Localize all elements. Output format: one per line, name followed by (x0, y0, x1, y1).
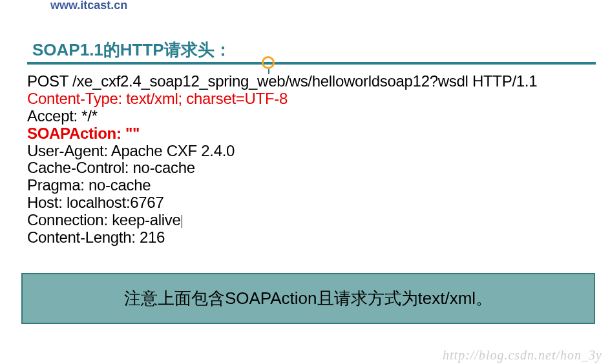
header-content-type: Content-Type: text/xml; charset=UTF-8 (27, 90, 537, 108)
http-headers-block: POST /xe_cxf2.4_soap12_spring_web/ws/hel… (27, 73, 537, 247)
header-post-line: POST /xe_cxf2.4_soap12_spring_web/ws/hel… (27, 73, 537, 90)
header-soapaction: SOAPAction: "" (27, 125, 537, 143)
title-http: HTTP (120, 40, 164, 59)
header-accept: Accept: */* (27, 108, 537, 125)
header-cache-control: Cache-Control: no-cache (27, 159, 537, 177)
header-host: Host: localhost:6767 (27, 194, 537, 212)
header-connection: Connection: keep-alive (27, 212, 537, 229)
note-text: 注意上面包含SOAPAction且请求方式为text/xml。 (124, 287, 492, 310)
note-box: 注意上面包含SOAPAction且请求方式为text/xml。 (21, 273, 595, 324)
line-marker-icon (262, 56, 275, 69)
watermark: http://blog.csdn.net/hon_3y (443, 348, 602, 363)
top-url: www.itcast.cn (50, 0, 127, 12)
header-pragma: Pragma: no-cache (27, 177, 537, 194)
title-soap: SOAP1.1 (32, 40, 103, 59)
section-title: SOAP1.1的HTTP请求头： (32, 39, 231, 61)
header-user-agent: User-Agent: Apache CXF 2.4.0 (27, 143, 537, 160)
title-suffix: 请求头： (164, 40, 231, 59)
header-content-length: Content-Length: 216 (27, 229, 537, 247)
text-cursor-icon (182, 215, 182, 228)
divider-line (27, 62, 596, 65)
title-de: 的 (103, 40, 120, 59)
